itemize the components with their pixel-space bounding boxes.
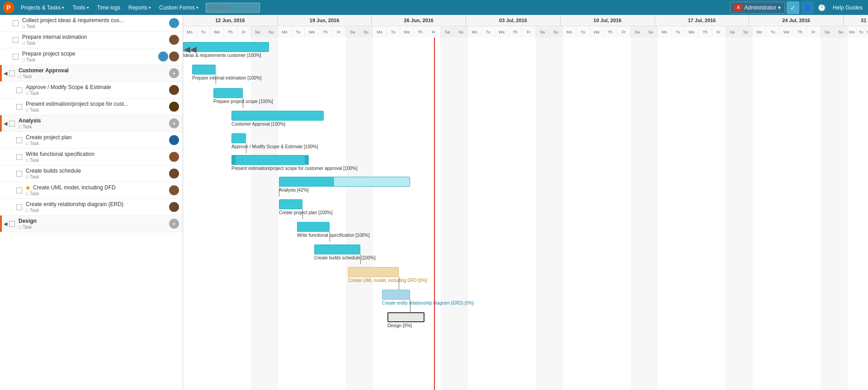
gantt-bar-customer-approval[interactable] [231,111,324,121]
task-info: Approve / Modify Scope & Estimate □ Task [26,84,169,96]
search-input[interactable] [206,3,260,13]
task-checkbox[interactable] [13,54,19,60]
task-type: □ Task [22,57,158,62]
gantt-bar-design[interactable] [387,312,425,322]
task-row[interactable]: Write functional specification □ Task [0,149,183,165]
task-row[interactable]: Collect project ideas & requirements cus… [0,15,183,32]
add-member-icon[interactable]: + [169,118,179,128]
gantt-bar-prepare-internal[interactable] [192,65,216,75]
task-row[interactable]: Approve / Modify Scope & Estimate □ Task [0,82,183,99]
gantt-bar-create-project-plan[interactable] [279,199,302,209]
gantt-day: Fr [522,26,536,38]
nav-custom-forms[interactable]: Custom Forms ▾ [156,3,202,13]
gantt-bar-label-analysis: Analysis [42%] [279,188,309,193]
task-type-icon: □ [22,41,25,46]
task-avatar [169,102,179,112]
nav-reports[interactable]: Reports ▾ [125,3,155,13]
add-member-icon[interactable]: + [169,68,179,78]
gantt-day-weekend: Su [359,26,373,38]
task-group-header[interactable]: ◀ Customer Approval □ Task + [0,65,183,82]
checkmark-btn[interactable]: ✓ [787,1,799,14]
nav-timelogs[interactable]: Time logs [94,3,124,13]
task-avatar [169,185,179,195]
nav-tools[interactable]: Tools ▾ [69,3,92,13]
task-checkbox[interactable] [16,171,22,177]
gantt-bar-write-functional[interactable] [297,222,330,232]
task-row[interactable]: Create entity relationship diagram (ERD)… [0,199,183,216]
task-row[interactable]: Prepare internal estimation □ Task [0,32,183,48]
gantt-bar-label-customer-approval: Customer Approval [100%] [231,122,285,127]
app-logo[interactable]: P [3,2,14,14]
gantt-month: 10 Jul, 2016 [561,15,655,26]
task-checkbox[interactable] [13,37,19,43]
task-name: Collect project ideas & requirements cus… [22,17,167,23]
gantt-bar-label-create-entity: Create entity relationship diagram (ERD)… [382,301,474,305]
task-avatar [169,135,179,145]
nav-dropdown-arrow: ▾ [149,5,151,10]
gantt-bar-analysis-fill [279,177,334,186]
task-name: Write functional specification [26,151,169,157]
gantt-bar-present-estimation[interactable] [235,155,305,165]
gantt-day: Tu [387,26,400,38]
task-info: Analysis □ Task [19,117,169,129]
task-type-icon: □ [26,191,28,196]
task-name: Prepare internal estimation [22,34,167,40]
gantt-day: Th [319,26,332,38]
collapse-icon: ◀ [4,121,7,127]
gantt-bar-prepare-scope[interactable] [213,88,243,98]
help-guides-link[interactable]: Help Guides [830,3,865,13]
task-checkbox[interactable] [9,121,15,127]
gantt-day: Th [509,26,522,38]
gantt-bar-create-entity[interactable] [382,290,410,300]
gantt-day: Fr [617,26,631,38]
task-checkbox[interactable] [9,70,15,76]
gantt-day: We [400,26,414,38]
gantt-bar-create-builds[interactable] [314,244,360,254]
task-row[interactable]: Prepare project scope □ Task [0,48,183,65]
task-checkbox[interactable] [16,87,22,93]
gantt-resize-handle-right[interactable] [305,155,309,165]
gantt-bar-label-design: Design [0%] [387,323,412,328]
person-btn[interactable]: 👤 [801,1,814,14]
connector-v-9 [410,300,410,312]
gantt-day: Tu [857,26,866,38]
gantt-day: We [305,26,319,38]
task-type: □ Task [22,24,167,29]
task-type: □ Task [19,225,169,230]
task-info: Present estimation/project scope for cus… [26,101,169,113]
task-checkbox[interactable] [16,154,22,160]
gantt-day: Mo [848,26,857,38]
task-checkbox[interactable] [16,188,22,193]
nav-projects-tasks[interactable]: Projects & Tasks ▾ [17,3,68,13]
task-group-header[interactable]: ◀ Analysis □ Task + [0,115,183,132]
add-member-icon[interactable]: + [169,219,179,229]
task-row[interactable]: Create project plan □ Task [0,132,183,149]
gantt-day: Tu [481,26,495,38]
task-row[interactable]: Create builds schedule □ Task [0,165,183,182]
task-type: □ Task [26,141,169,146]
gantt-bar-analysis[interactable] [279,177,410,187]
task-row[interactable]: ◆ Create UML model, including DFD □ Task [0,182,183,199]
user-menu[interactable]: A Administrator ▾ [730,2,785,14]
gantt-day-weekend: Sa [726,26,739,38]
gantt-month: 26 Jun, 2016 [372,15,466,26]
gantt-bar-approve-modify[interactable] [231,133,246,143]
task-row[interactable]: Present estimation/project scope for cus… [0,99,183,115]
gantt-bar-create-uml[interactable] [348,267,399,277]
connector-v-2 [243,98,243,108]
task-type-icon: □ [26,174,28,179]
gantt-day-weekend: Sa [346,26,359,38]
top-navigation: P Projects & Tasks ▾ Tools ▾ Time logs R… [0,0,868,15]
task-checkbox[interactable] [16,204,22,210]
task-checkbox[interactable] [16,104,22,110]
gantt-back-arrow[interactable]: ◀◀ [184,44,197,54]
task-checkbox[interactable] [16,137,22,143]
task-checkbox[interactable] [9,221,15,227]
user-dropdown-arrow: ▾ [778,5,781,11]
task-group-header[interactable]: ◀ Design □ Task + [0,216,183,232]
task-avatar [169,35,179,45]
gantt-resize-handle-left[interactable] [231,155,235,165]
task-checkbox[interactable] [13,20,19,26]
clock-btn[interactable]: 🕐 [816,1,828,14]
connector-v-8 [399,277,399,291]
